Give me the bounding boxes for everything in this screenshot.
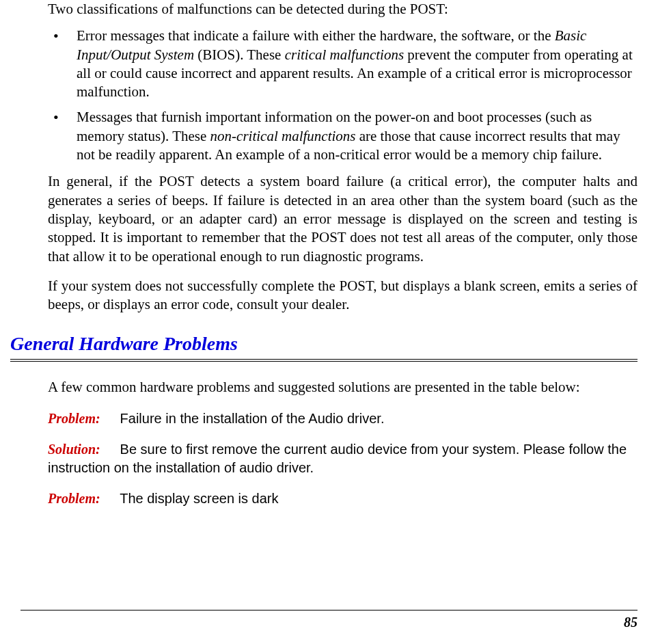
solution-block: Solution: Be sure to first remove the cu… [48, 440, 638, 477]
bullet-text-mid: (BIOS). These [194, 46, 285, 63]
post-behavior-paragraph: In general, if the POST detects a system… [48, 172, 638, 265]
post-classifications-list: Error messages that indicate a failure w… [48, 27, 638, 164]
heading-rule [10, 359, 638, 362]
post-failure-paragraph: If your system does not successfully com… [48, 277, 638, 314]
section-heading-hardware-problems: General Hardware Problems [10, 333, 638, 359]
problem-label: Problem: [48, 410, 116, 428]
bullet-text-italic-1: non-critical malfunctions [210, 128, 356, 144]
list-item: Error messages that indicate a failure w… [48, 27, 638, 101]
list-item: Messages that furnish important informat… [48, 108, 638, 164]
intro-paragraph: Two classifications of malfunctions can … [48, 0, 638, 18]
problem-label: Problem: [48, 489, 116, 508]
problem-block: Problem: The display screen is dark [48, 489, 638, 508]
page-footer: 85 [20, 610, 638, 630]
solution-text: Be sure to first remove the current audi… [48, 442, 627, 475]
bullet-text-italic-2: critical malfunctions [285, 46, 404, 63]
page-number: 85 [624, 615, 638, 630]
bullet-text-pre: Error messages that indicate a failure w… [77, 27, 555, 44]
problem-text: Failure in the installation of the Audio… [120, 411, 385, 426]
problem-text: The display screen is dark [120, 491, 278, 506]
problem-block: Problem: Failure in the installation of … [48, 410, 638, 428]
solution-label: Solution: [48, 440, 116, 459]
hardware-intro-paragraph: A few common hardware problems and sugge… [48, 378, 638, 397]
